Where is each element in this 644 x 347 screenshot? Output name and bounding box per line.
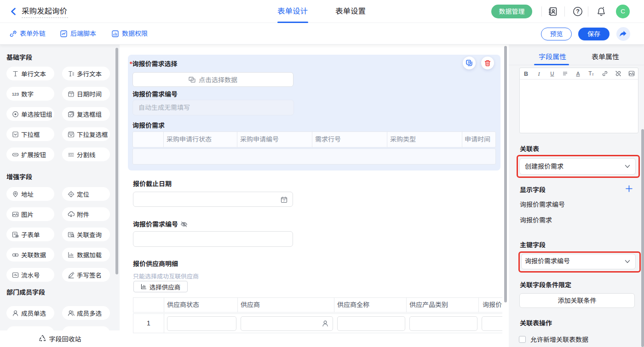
svg-text:123: 123	[12, 92, 19, 97]
svg-text:7: 7	[70, 93, 72, 96]
svg-text:I: I	[538, 71, 540, 77]
svg-text:T: T	[592, 73, 594, 77]
svg-text:A: A	[576, 71, 580, 76]
svg-text:U: U	[550, 71, 554, 76]
svg-text:?: ?	[576, 8, 580, 15]
svg-text:7: 7	[283, 199, 285, 202]
svg-text:B: B	[524, 71, 528, 77]
